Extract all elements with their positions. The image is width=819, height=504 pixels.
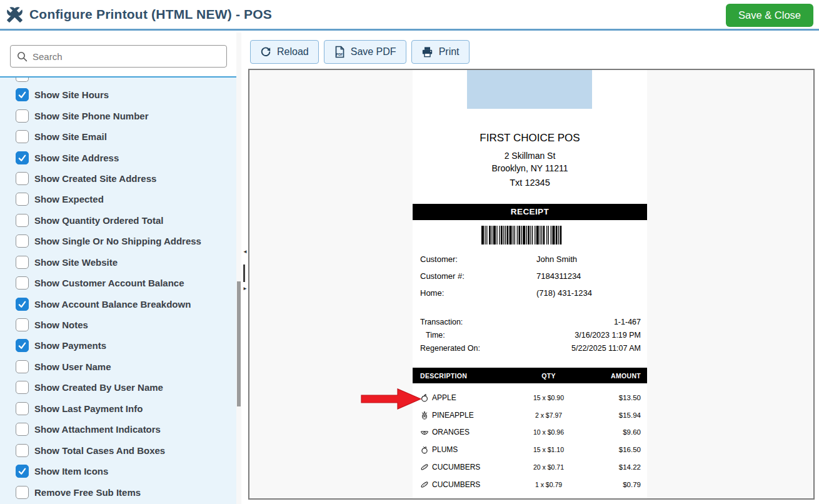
save-pdf-button[interactable]: PDF Save PDF <box>324 40 406 64</box>
scrollbar-thumb[interactable] <box>237 281 241 406</box>
printout-option-row[interactable]: Show Notes <box>0 315 236 335</box>
printout-option-row[interactable]: Show Site Address <box>0 147 236 168</box>
item-name: PINEAPPLE <box>432 411 474 420</box>
receipt-item-row: ORANGES 10 x $0.96 $9.60 <box>413 424 647 441</box>
option-checkbox[interactable] <box>16 298 29 311</box>
item-qty: 10 x $0.96 <box>506 428 591 436</box>
item-amount: $13.50 <box>591 394 647 401</box>
printout-option-row[interactable]: Show Last Payment Info <box>0 398 236 419</box>
printout-option-row[interactable]: Show Created By User Name <box>0 377 236 398</box>
field-value: John Smith <box>536 255 577 264</box>
item-amount: $9.60 <box>591 428 647 436</box>
option-checkbox[interactable] <box>16 381 29 394</box>
option-checkbox[interactable] <box>16 486 29 499</box>
search-input[interactable] <box>33 51 220 62</box>
option-checkbox[interactable] <box>16 130 29 143</box>
barcode <box>481 226 578 244</box>
expand-right-arrow[interactable]: ► <box>242 286 248 292</box>
option-label: Show Created Site Address <box>34 173 156 184</box>
printout-option-row[interactable]: Show Single Or No Shipping Address <box>0 231 236 251</box>
print-button[interactable]: Print <box>411 40 470 64</box>
item-amount: $15.94 <box>591 411 647 419</box>
receipt-item-row: CUCUMBERS 20 x $0.71 $14.22 <box>413 458 647 476</box>
pane-splitter: ◄ ► <box>241 33 248 504</box>
printout-option-row[interactable]: Remove Free Sub Items <box>0 481 236 502</box>
option-label: Remove Free Sub Items <box>34 487 141 498</box>
save-close-button[interactable]: Save & Close <box>726 4 813 27</box>
item-amount: $16.50 <box>591 446 647 453</box>
sidebar: Show Site Hours Show Site Phone Number S… <box>0 33 236 504</box>
printout-option-row[interactable]: Show User Name <box>0 356 236 377</box>
option-checkbox[interactable] <box>16 360 29 373</box>
option-checkbox[interactable] <box>16 444 29 457</box>
printout-option-row[interactable]: Show Attachment Indicators <box>0 419 236 440</box>
option-checkbox[interactable] <box>16 276 29 290</box>
store-txt-number: Txt 12345 <box>413 178 647 188</box>
receipt-field-row: Regenerated On: 5/22/2025 11:07 AM <box>413 342 647 355</box>
printout-option-row[interactable]: Show Payments <box>0 335 236 356</box>
printout-option-row[interactable]: Show Site Phone Number <box>0 105 236 126</box>
option-checkbox[interactable] <box>16 214 29 227</box>
collapse-left-arrow[interactable]: ◄ <box>242 249 248 255</box>
printout-option-row[interactable]: Show Site Email <box>0 126 236 147</box>
option-label: Show Expected <box>34 194 104 204</box>
option-checkbox[interactable] <box>16 172 29 185</box>
option-checkbox[interactable] <box>16 88 29 101</box>
printout-option-row[interactable]: Show Created Site Address <box>0 168 236 189</box>
option-checkbox[interactable] <box>16 402 29 415</box>
item-name: PLUMS <box>432 445 458 454</box>
option-label: Show User Name <box>34 361 111 372</box>
option-label: Show Single Or No Shipping Address <box>34 236 201 246</box>
printout-option-row[interactable]: Show Site Website <box>0 252 236 273</box>
option-checkbox[interactable] <box>16 234 29 248</box>
option-checkbox[interactable] <box>16 109 29 123</box>
pineapple-icon <box>420 411 429 420</box>
qty-column-header: QTY <box>506 372 591 380</box>
check-icon <box>17 299 28 310</box>
store-address: 2 Skillman St Brooklyn, NY 11211 <box>413 149 647 174</box>
option-label: Show Site Email <box>34 131 107 142</box>
receipt-item-row: APPLE 15 x $0.90 $13.50 <box>413 389 647 406</box>
field-value: 1-1-467 <box>614 318 641 326</box>
option-checkbox[interactable] <box>16 193 29 206</box>
item-qty: 20 x $0.71 <box>506 463 591 471</box>
cucumber-icon <box>420 480 429 489</box>
sidebar-scrollbar[interactable] <box>236 33 241 504</box>
cucumber-icon <box>420 463 429 471</box>
item-qty: 1 x $0.79 <box>506 481 591 488</box>
printout-option-row[interactable]: Show Expected <box>0 189 236 209</box>
search-box[interactable] <box>10 45 227 68</box>
check-icon <box>17 340 28 351</box>
receipt-banner: RECEIPT <box>413 204 647 220</box>
printout-option-row[interactable]: Show Total Cases And Boxes <box>0 440 236 460</box>
tools-icon <box>6 6 23 23</box>
splitter-drag-handle[interactable] <box>243 265 245 282</box>
printout-option-row[interactable]: Show Customer Account Balance <box>0 273 236 293</box>
description-column-header: DESCRIPTION <box>413 372 506 380</box>
field-value: 5/22/2025 11:07 AM <box>571 344 641 353</box>
option-checkbox[interactable] <box>16 465 29 478</box>
printout-option-row[interactable]: Show Site Hours <box>0 84 236 105</box>
field-value: 3/16/2023 1:19 PM <box>575 331 641 340</box>
item-amount: $0.79 <box>591 481 647 488</box>
option-label: Show Notes <box>34 320 88 330</box>
printout-option-row[interactable]: Show Account Balance Breakdown <box>0 293 236 314</box>
item-amount: $14.22 <box>591 463 647 471</box>
option-checkbox[interactable] <box>16 256 29 269</box>
receipt-item-row: PLUMS 15 x $1.10 $16.50 <box>413 441 647 458</box>
option-checkbox[interactable] <box>16 318 29 331</box>
option-checkbox[interactable] <box>16 151 29 164</box>
option-label: Show Site Hours <box>34 89 109 100</box>
printout-option-row[interactable]: Show Quantity Ordered Total <box>0 210 236 231</box>
option-checkbox[interactable] <box>16 339 29 352</box>
reload-button[interactable]: Reload <box>250 40 319 64</box>
printout-option-row[interactable]: Show Item Icons <box>0 461 236 481</box>
store-logo-placeholder <box>467 70 592 109</box>
partially-scrolled-checkbox[interactable] <box>16 78 29 82</box>
plum-icon <box>420 445 429 454</box>
receipt-field-row: Transaction: 1-1-467 <box>413 316 647 329</box>
option-label: Show Item Icons <box>34 466 108 476</box>
option-checkbox[interactable] <box>16 423 29 436</box>
configure-printout-window: Configure Printout (HTML NEW) - POS Save… <box>0 0 819 504</box>
field-value: 7184311234 <box>536 271 581 281</box>
